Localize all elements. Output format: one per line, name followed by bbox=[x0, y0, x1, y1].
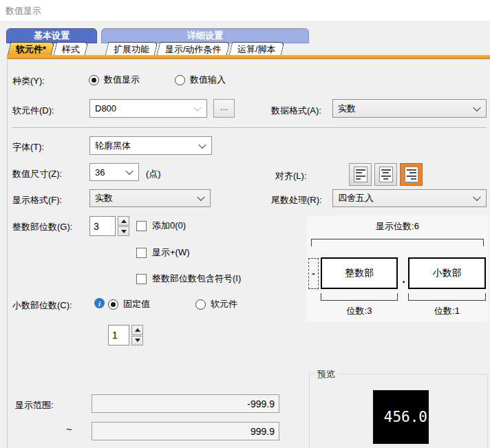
kind-label: 种类(Y): bbox=[12, 75, 45, 87]
int-digits-spin-up-button[interactable] bbox=[118, 216, 129, 226]
device-value: D800 bbox=[95, 100, 116, 117]
triangle-down-icon bbox=[135, 339, 140, 342]
int-digits-spinner: 3 bbox=[89, 216, 129, 236]
dec-digits-radio-fixed-label: 固定值 bbox=[123, 298, 150, 310]
kind-radio-numeric-display[interactable]: 数值显示 bbox=[89, 74, 140, 86]
tab-style-label: 样式 bbox=[62, 43, 80, 56]
chevron-down-icon bbox=[125, 167, 133, 175]
range-min-field: -999.9 bbox=[92, 394, 279, 413]
diagram-int-bracket bbox=[321, 293, 398, 301]
font-value: 轮廓黑体 bbox=[95, 137, 131, 154]
diagram-top-bracket bbox=[311, 239, 484, 246]
display-format-value: 实数 bbox=[95, 190, 113, 206]
add-zero-label: 添加0(0) bbox=[152, 220, 186, 232]
rounding-value: 四舍五入 bbox=[338, 190, 374, 206]
dec-digits-input[interactable]: 1 bbox=[108, 325, 129, 345]
dec-digits-radio-fixed[interactable]: 固定值 bbox=[108, 298, 150, 310]
data-format-value: 实数 bbox=[338, 100, 356, 117]
num-size-label: 数值尺寸(Z): bbox=[12, 168, 62, 180]
int-digits-label: 整数部位数(G): bbox=[12, 221, 72, 233]
rounding-label: 尾数处理(R): bbox=[271, 194, 322, 206]
data-format-label: 数据格式(A): bbox=[271, 105, 321, 117]
diagram-decimal-point: . bbox=[399, 273, 408, 286]
align-label: 对齐(L): bbox=[275, 170, 307, 182]
font-label: 字体(T): bbox=[12, 141, 44, 153]
range-label: 显示范围: bbox=[15, 399, 54, 412]
device-combobox[interactable]: D800 bbox=[89, 99, 207, 118]
diagram-sign-box: - bbox=[308, 258, 319, 289]
tab-operation-script[interactable]: 运算/脚本 bbox=[228, 42, 284, 56]
diagram-dec-bracket bbox=[408, 293, 486, 301]
chevron-down-icon bbox=[197, 193, 204, 201]
checkbox-unchecked-icon bbox=[136, 221, 147, 231]
rounding-dropdown[interactable]: 四舍五入 bbox=[332, 189, 487, 207]
kind-radio-numeric-input[interactable]: 数值输入 bbox=[175, 74, 226, 86]
device-browse-button[interactable]: ... bbox=[213, 99, 235, 118]
include-sign-checkbox[interactable]: 整数部位数包含符号(I) bbox=[136, 273, 241, 285]
display-format-label: 显示格式(F): bbox=[12, 194, 62, 206]
page-title: 数值显示 bbox=[6, 5, 41, 17]
chevron-down-icon bbox=[473, 193, 480, 201]
range-max-field: 999.9 bbox=[92, 422, 279, 440]
radio-unselected-icon bbox=[175, 75, 185, 85]
align-center-button[interactable] bbox=[374, 163, 397, 186]
diagram-dec-count-label: 位数:1 bbox=[408, 305, 486, 317]
diagram-integer-box: 整数部 bbox=[321, 257, 398, 289]
data-format-dropdown[interactable]: 实数 bbox=[332, 99, 487, 118]
triangle-up-icon bbox=[135, 328, 140, 332]
align-center-icon bbox=[379, 167, 393, 182]
align-right-button[interactable] bbox=[400, 163, 423, 186]
range-tilde: ~ bbox=[66, 423, 72, 435]
tab-device[interactable]: 软元件* bbox=[8, 42, 55, 56]
chevron-down-icon bbox=[193, 103, 201, 111]
dialog-header: 数值显示 bbox=[0, 0, 490, 22]
diagram-total-digits-label: 显示位数:6 bbox=[306, 220, 489, 233]
int-digits-spin-down-button[interactable] bbox=[118, 226, 129, 236]
kind-radio-numeric-input-label: 数值输入 bbox=[190, 74, 226, 86]
checkbox-unchecked-icon bbox=[136, 248, 147, 258]
numeric-display-dialog: 数值显示 基本设置 详细设置 软元件* 样式 扩展功能 显示/动作条件 运算/脚… bbox=[0, 0, 490, 448]
chevron-down-icon bbox=[198, 140, 206, 148]
kind-radio-numeric-display-label: 数值显示 bbox=[104, 74, 140, 86]
chevron-down-icon bbox=[473, 103, 480, 111]
show-plus-label: 显示+(W) bbox=[152, 246, 190, 259]
radio-selected-icon bbox=[89, 75, 99, 85]
info-icon[interactable]: i bbox=[94, 298, 105, 308]
tab-group-detail-settings: 详细设置 bbox=[101, 28, 309, 43]
basic-tabs: 软元件* 样式 bbox=[9, 42, 89, 56]
tab-extended-function[interactable]: 扩展功能 bbox=[105, 42, 158, 56]
diagram-decimal-box: 小数部 bbox=[408, 257, 486, 289]
detail-tabs: 扩展功能 显示/动作条件 运算/脚本 bbox=[107, 42, 284, 56]
tab-display-action-condition[interactable]: 显示/动作条件 bbox=[157, 42, 231, 56]
preview-display: 456.0 bbox=[373, 390, 429, 444]
align-right-icon bbox=[405, 167, 418, 182]
dec-digits-spinner: 1 bbox=[108, 325, 143, 345]
display-format-dropdown[interactable]: 实数 bbox=[89, 189, 211, 207]
dec-digits-radio-device[interactable]: 软元件 bbox=[195, 298, 237, 310]
num-size-unit: (点) bbox=[146, 168, 161, 180]
num-size-dropdown[interactable]: 36 bbox=[89, 163, 139, 181]
font-dropdown[interactable]: 轮廓黑体 bbox=[89, 136, 212, 155]
add-zero-checkbox[interactable]: 添加0(0) bbox=[136, 220, 186, 232]
dec-digits-radio-device-label: 软元件 bbox=[211, 298, 237, 310]
preview-label: 预览 bbox=[315, 368, 338, 381]
dec-digits-label: 小数部位数(C): bbox=[12, 299, 72, 312]
diagram-int-count-label: 位数:3 bbox=[321, 305, 398, 317]
checkbox-unchecked-icon bbox=[136, 274, 147, 284]
num-size-value: 36 bbox=[95, 164, 105, 180]
tab-style[interactable]: 样式 bbox=[54, 42, 89, 56]
tab-device-label: 软元件* bbox=[16, 43, 46, 56]
device-label: 软元件(D): bbox=[12, 105, 54, 117]
tab-group-basic-settings: 基本设置 bbox=[6, 28, 97, 43]
int-digits-input[interactable]: 3 bbox=[89, 216, 116, 236]
align-left-icon bbox=[354, 167, 368, 182]
align-left-button[interactable] bbox=[349, 163, 372, 186]
preview-value: 456.0 bbox=[384, 409, 427, 425]
show-plus-checkbox[interactable]: 显示+(W) bbox=[136, 246, 190, 259]
dec-digits-spin-up-button[interactable] bbox=[131, 325, 143, 335]
radio-selected-icon bbox=[108, 299, 118, 310]
dec-digits-spin-down-button[interactable] bbox=[131, 336, 143, 346]
include-sign-label: 整数部位数包含符号(I) bbox=[152, 273, 241, 285]
triangle-up-icon bbox=[121, 220, 127, 223]
triangle-down-icon bbox=[121, 230, 127, 233]
